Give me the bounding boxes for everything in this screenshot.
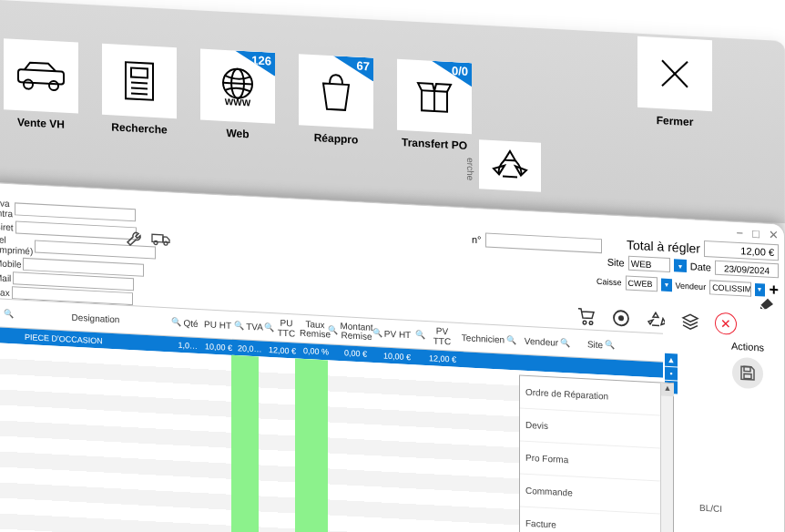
svg-point-22 [618, 315, 624, 321]
truck-icon[interactable] [151, 231, 171, 249]
tile-web[interactable]: 126 WWW Web [200, 49, 275, 142]
www-icon: WWW [217, 64, 259, 107]
col-montant-remise[interactable]: Montant Remise [340, 322, 372, 342]
document-type-dropdown[interactable]: Ordre de Réparation Devis Pro Forma Comm… [519, 374, 674, 532]
caisse-label: Caisse [596, 276, 622, 286]
cell-pvht: 10,00 € [370, 350, 413, 362]
total-value: 12,00 € [704, 240, 779, 261]
actions-label: Actions [720, 340, 775, 353]
window-controls: − □ ✕ [737, 226, 779, 241]
col-puttc[interactable]: PU TTC [276, 317, 297, 338]
header-summary: Total à régler 12,00 € Site WEB ▾ Date C… [596, 235, 779, 302]
svg-rect-16 [152, 234, 163, 242]
svg-point-1 [24, 79, 33, 89]
cell-puttc: 12,00 € [262, 344, 299, 355]
date-input[interactable] [715, 261, 779, 279]
layers-icon[interactable] [680, 312, 700, 332]
tile-recycle[interactable] [479, 139, 541, 192]
label-tva-intra: Tva Intra [0, 198, 13, 219]
col-vendeur[interactable]: Vendeur [525, 335, 558, 347]
minimize-button[interactable]: − [737, 226, 744, 240]
svg-rect-23 [744, 366, 750, 371]
recherche-vertical-tab: erche [459, 148, 475, 192]
doc-search-icon [122, 60, 157, 102]
clear-button[interactable]: ✕ [715, 312, 737, 335]
label-mail: Mail [0, 272, 11, 283]
tile-recherche[interactable]: Recherche [102, 44, 177, 137]
cell-puht: 10,00 € [200, 342, 235, 353]
col-puht[interactable]: PU HT [200, 310, 235, 339]
label-fax: Fax [0, 287, 10, 298]
svg-rect-4 [131, 68, 148, 78]
vendeur-select[interactable]: COLISSIMO [709, 280, 750, 296]
highlight-col-tva [231, 355, 259, 532]
target-icon[interactable] [611, 308, 631, 329]
svg-line-7 [131, 94, 148, 95]
col-taux-remise[interactable]: Taux Remise [299, 315, 331, 344]
scroll-set[interactable]: • [665, 367, 678, 381]
svg-text:WWW: WWW [225, 97, 251, 108]
svg-point-17 [154, 240, 158, 244]
wrench-icon[interactable] [126, 230, 142, 248]
cell-taux-remise: 0,00 % [299, 347, 331, 357]
save-button[interactable] [732, 357, 763, 390]
maximize-button[interactable]: □ [752, 227, 760, 240]
col-pvttc[interactable]: PV TTC [427, 325, 457, 347]
date-label: Date [690, 261, 711, 272]
blci-text: BL/CI [699, 503, 722, 514]
svg-line-10 [223, 83, 252, 85]
svg-line-6 [131, 88, 148, 89]
svg-point-18 [164, 241, 168, 245]
cell-montant-remise: 0,00 € [331, 349, 370, 359]
col-technicien[interactable]: Technicien [462, 332, 505, 344]
highlight-col-taux [295, 359, 328, 532]
close-icon [657, 55, 693, 93]
site-label: Site [607, 256, 625, 268]
col-pvht[interactable]: PV HT [384, 328, 411, 340]
recycle-small-icon[interactable] [646, 310, 666, 331]
label-tel: Tel (imprimé) [0, 234, 33, 256]
actions-column: Actions [720, 340, 775, 395]
label-siret: Siret [0, 221, 14, 232]
floppy-icon [739, 364, 756, 382]
col-tva[interactable]: TVA [246, 321, 263, 332]
recycle-icon [492, 147, 528, 185]
bag-icon [318, 70, 354, 112]
eraser-icon[interactable] [757, 296, 775, 310]
caisse-select[interactable]: CWEB [626, 275, 658, 292]
col-qte[interactable]: Qté [183, 318, 198, 329]
input-tva-intra[interactable] [15, 202, 136, 221]
main-window: − □ ✕ Tva Intra Siret Tel (imprimé) Mobi… [0, 182, 785, 532]
svg-point-2 [49, 81, 58, 91]
close-window-button[interactable]: ✕ [769, 228, 779, 242]
svg-point-20 [589, 322, 593, 325]
search-icon[interactable]: 🔍 [4, 309, 14, 319]
vendeur-label: Vendeur [676, 281, 707, 292]
car-icon [15, 58, 66, 94]
cell-pvttc: 12,00 € [413, 353, 459, 364]
cart-icon[interactable] [576, 306, 596, 327]
numero-label: n° [472, 234, 482, 246]
site-select[interactable]: WEB [628, 256, 670, 272]
cell-qte: 1,0… [169, 340, 200, 351]
numero-input[interactable] [485, 232, 602, 253]
site-dropdown-btn[interactable]: ▾ [674, 259, 687, 272]
scroll-up[interactable]: ▲ [665, 353, 678, 367]
svg-rect-24 [744, 373, 751, 378]
vendeur-dropdown-btn[interactable]: ▾ [755, 282, 766, 296]
cell-tva: 20,0… [235, 343, 262, 354]
svg-point-19 [583, 321, 586, 324]
label-mobile: Mobile [0, 258, 21, 270]
tile-fermer[interactable]: Fermer [637, 36, 712, 129]
tile-reappro[interactable]: 67 Réappro [299, 54, 373, 147]
col-site[interactable]: Site [587, 339, 603, 350]
dd-scroll-up[interactable]: ▲ [661, 384, 674, 397]
box-transfer-icon [414, 76, 454, 118]
tile-transfert-po[interactable]: 0/0 Transfert PO [397, 59, 472, 152]
caisse-dropdown-btn[interactable]: ▾ [661, 278, 672, 292]
dropdown-scrollbar[interactable]: ▲ [660, 384, 673, 532]
total-label: Total à régler [627, 238, 700, 256]
svg-line-5 [131, 83, 148, 84]
tile-vente-vh[interactable]: Vente VH [4, 38, 78, 131]
